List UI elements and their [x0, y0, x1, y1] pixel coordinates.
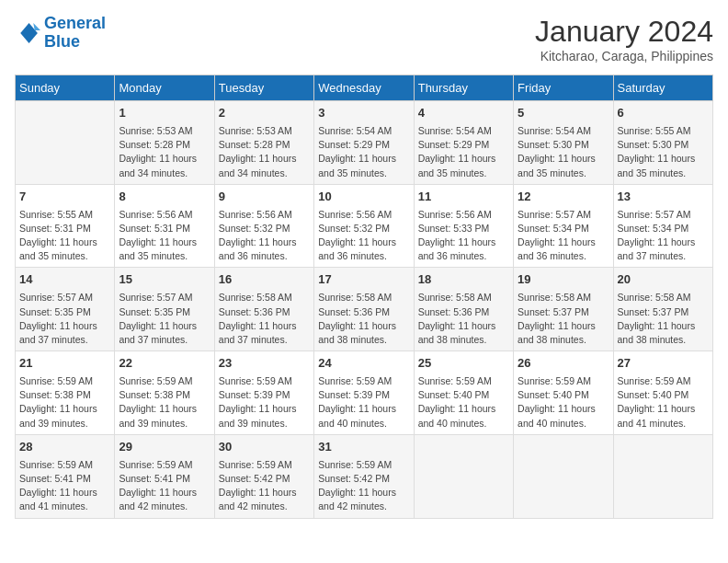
day-detail: Sunrise: 5:57 AM Sunset: 5:35 PM Dayligh…	[19, 291, 110, 347]
col-header-saturday: Saturday	[613, 75, 712, 101]
day-number: 6	[618, 105, 709, 122]
day-number: 3	[318, 105, 409, 122]
calendar-cell: 21Sunrise: 5:59 AM Sunset: 5:38 PM Dayli…	[16, 351, 115, 435]
calendar-cell: 27Sunrise: 5:59 AM Sunset: 5:40 PM Dayli…	[613, 351, 712, 435]
header: General Blue January 2024 Kitcharao, Car…	[15, 15, 713, 63]
day-number: 30	[219, 439, 310, 456]
calendar-cell: 20Sunrise: 5:58 AM Sunset: 5:37 PM Dayli…	[613, 268, 712, 351]
day-number: 26	[518, 355, 609, 373]
logo-line1: General	[44, 14, 106, 32]
day-detail: Sunrise: 5:59 AM Sunset: 5:40 PM Dayligh…	[418, 374, 509, 431]
day-number: 10	[318, 189, 409, 206]
day-number: 21	[19, 355, 110, 373]
calendar-cell: 6Sunrise: 5:55 AM Sunset: 5:30 PM Daylig…	[613, 101, 712, 185]
day-detail: Sunrise: 5:59 AM Sunset: 5:39 PM Dayligh…	[219, 374, 310, 431]
calendar-cell: 10Sunrise: 5:56 AM Sunset: 5:32 PM Dayli…	[314, 184, 414, 268]
day-number: 22	[119, 355, 210, 373]
week-row-1: 1Sunrise: 5:53 AM Sunset: 5:28 PM Daylig…	[16, 101, 713, 185]
calendar-cell: 22Sunrise: 5:59 AM Sunset: 5:38 PM Dayli…	[115, 351, 214, 435]
day-detail: Sunrise: 5:58 AM Sunset: 5:36 PM Dayligh…	[418, 291, 509, 347]
day-number: 27	[618, 355, 709, 373]
col-header-sunday: Sunday	[16, 75, 115, 101]
day-detail: Sunrise: 5:59 AM Sunset: 5:41 PM Dayligh…	[19, 458, 110, 514]
logo: General Blue	[15, 15, 106, 52]
col-header-tuesday: Tuesday	[214, 75, 313, 101]
calendar-cell: 19Sunrise: 5:58 AM Sunset: 5:37 PM Dayli…	[514, 268, 613, 351]
calendar-cell: 8Sunrise: 5:56 AM Sunset: 5:31 PM Daylig…	[115, 184, 214, 268]
day-number: 31	[318, 439, 409, 456]
day-number: 13	[618, 189, 709, 206]
day-number: 1	[119, 105, 210, 122]
calendar-cell: 7Sunrise: 5:55 AM Sunset: 5:31 PM Daylig…	[16, 184, 115, 268]
calendar-cell: 18Sunrise: 5:58 AM Sunset: 5:36 PM Dayli…	[414, 268, 513, 351]
day-number: 28	[19, 439, 110, 456]
calendar-cell: 30Sunrise: 5:59 AM Sunset: 5:42 PM Dayli…	[214, 434, 313, 518]
week-row-3: 14Sunrise: 5:57 AM Sunset: 5:35 PM Dayli…	[16, 268, 713, 351]
day-detail: Sunrise: 5:56 AM Sunset: 5:31 PM Dayligh…	[119, 208, 210, 264]
day-detail: Sunrise: 5:59 AM Sunset: 5:38 PM Dayligh…	[19, 374, 110, 431]
calendar-cell	[16, 101, 115, 185]
logo-icon	[15, 20, 40, 46]
day-number: 24	[318, 355, 409, 373]
calendar-cell: 2Sunrise: 5:53 AM Sunset: 5:28 PM Daylig…	[214, 101, 313, 185]
calendar-cell	[514, 434, 613, 518]
day-detail: Sunrise: 5:53 AM Sunset: 5:28 PM Dayligh…	[219, 124, 310, 180]
day-number: 14	[19, 271, 110, 289]
col-header-friday: Friday	[514, 75, 613, 101]
day-number: 20	[618, 271, 709, 289]
week-row-4: 21Sunrise: 5:59 AM Sunset: 5:38 PM Dayli…	[16, 351, 713, 435]
day-detail: Sunrise: 5:59 AM Sunset: 5:38 PM Dayligh…	[119, 374, 210, 431]
calendar-cell: 3Sunrise: 5:54 AM Sunset: 5:29 PM Daylig…	[314, 101, 414, 185]
day-detail: Sunrise: 5:59 AM Sunset: 5:40 PM Dayligh…	[618, 374, 709, 431]
title-block: January 2024 Kitcharao, Caraga, Philippi…	[535, 15, 713, 63]
calendar-cell: 26Sunrise: 5:59 AM Sunset: 5:40 PM Dayli…	[514, 351, 613, 435]
day-detail: Sunrise: 5:56 AM Sunset: 5:32 PM Dayligh…	[318, 208, 409, 264]
calendar-cell: 25Sunrise: 5:59 AM Sunset: 5:40 PM Dayli…	[414, 351, 513, 435]
day-number: 17	[318, 271, 409, 289]
calendar-table: SundayMondayTuesdayWednesdayThursdayFrid…	[15, 75, 713, 519]
calendar-cell: 15Sunrise: 5:57 AM Sunset: 5:35 PM Dayli…	[115, 268, 214, 351]
calendar-cell	[613, 434, 712, 518]
day-detail: Sunrise: 5:59 AM Sunset: 5:40 PM Dayligh…	[518, 374, 609, 431]
col-header-wednesday: Wednesday	[314, 75, 414, 101]
subtitle: Kitcharao, Caraga, Philippines	[535, 49, 713, 63]
calendar-cell: 31Sunrise: 5:59 AM Sunset: 5:42 PM Dayli…	[314, 434, 414, 518]
day-detail: Sunrise: 5:59 AM Sunset: 5:41 PM Dayligh…	[119, 458, 210, 514]
day-number: 4	[418, 105, 509, 122]
calendar-cell: 5Sunrise: 5:54 AM Sunset: 5:30 PM Daylig…	[514, 101, 613, 185]
day-number: 25	[418, 355, 509, 373]
day-number: 5	[518, 105, 609, 122]
day-detail: Sunrise: 5:59 AM Sunset: 5:39 PM Dayligh…	[318, 374, 409, 431]
calendar-cell: 24Sunrise: 5:59 AM Sunset: 5:39 PM Dayli…	[314, 351, 414, 435]
day-number: 9	[219, 189, 310, 206]
day-number: 19	[518, 271, 609, 289]
logo-text: General Blue	[44, 15, 106, 52]
day-number: 12	[518, 189, 609, 206]
day-number: 23	[219, 355, 310, 373]
day-detail: Sunrise: 5:57 AM Sunset: 5:35 PM Dayligh…	[119, 291, 210, 347]
day-number: 7	[19, 189, 110, 206]
col-header-monday: Monday	[115, 75, 214, 101]
main-title: January 2024	[535, 15, 713, 49]
calendar-cell: 23Sunrise: 5:59 AM Sunset: 5:39 PM Dayli…	[214, 351, 313, 435]
day-detail: Sunrise: 5:58 AM Sunset: 5:36 PM Dayligh…	[219, 291, 310, 347]
day-detail: Sunrise: 5:53 AM Sunset: 5:28 PM Dayligh…	[119, 124, 210, 180]
day-detail: Sunrise: 5:56 AM Sunset: 5:33 PM Dayligh…	[418, 208, 509, 264]
calendar-cell: 13Sunrise: 5:57 AM Sunset: 5:34 PM Dayli…	[613, 184, 712, 268]
day-detail: Sunrise: 5:58 AM Sunset: 5:36 PM Dayligh…	[318, 291, 409, 347]
header-row: SundayMondayTuesdayWednesdayThursdayFrid…	[16, 75, 713, 101]
day-detail: Sunrise: 5:59 AM Sunset: 5:42 PM Dayligh…	[219, 458, 310, 514]
day-detail: Sunrise: 5:58 AM Sunset: 5:37 PM Dayligh…	[518, 291, 609, 347]
calendar-cell: 4Sunrise: 5:54 AM Sunset: 5:29 PM Daylig…	[414, 101, 513, 185]
col-header-thursday: Thursday	[414, 75, 513, 101]
day-number: 18	[418, 271, 509, 289]
day-number: 29	[119, 439, 210, 456]
day-number: 8	[119, 189, 210, 206]
calendar-cell: 17Sunrise: 5:58 AM Sunset: 5:36 PM Dayli…	[314, 268, 414, 351]
svg-marker-1	[33, 23, 40, 30]
calendar-cell: 29Sunrise: 5:59 AM Sunset: 5:41 PM Dayli…	[115, 434, 214, 518]
calendar-cell: 11Sunrise: 5:56 AM Sunset: 5:33 PM Dayli…	[414, 184, 513, 268]
calendar-cell: 1Sunrise: 5:53 AM Sunset: 5:28 PM Daylig…	[115, 101, 214, 185]
day-detail: Sunrise: 5:54 AM Sunset: 5:29 PM Dayligh…	[418, 124, 509, 180]
calendar-cell	[414, 434, 513, 518]
